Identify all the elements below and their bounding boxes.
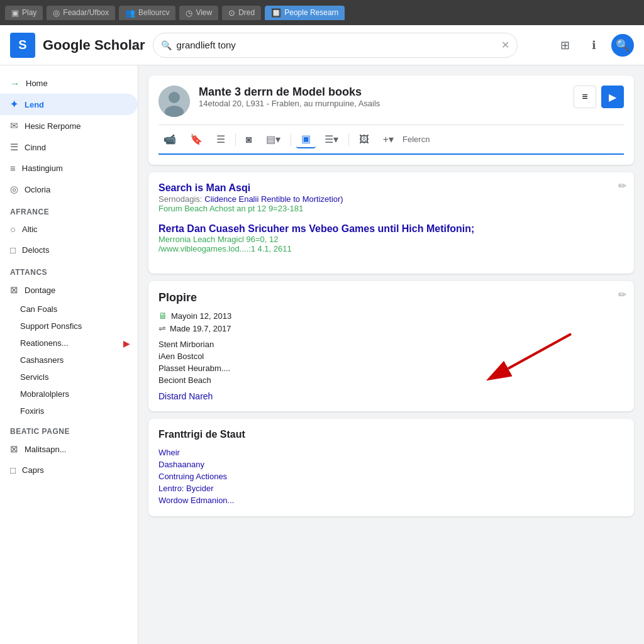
result-item-1: Search is Man Asqi Sernodagis: Ciidence … xyxy=(158,182,624,213)
toolbar-btn-lock[interactable]: ◙ xyxy=(241,131,257,148)
browser-tab-people[interactable]: 🔲 People Researn xyxy=(265,6,345,20)
plopire-date2: Made 19.7, 2017 xyxy=(170,324,231,333)
hastingium-icon: ≡ xyxy=(10,163,16,174)
sidebar-item-malitsapn[interactable]: ⊠ Malitsapn... xyxy=(0,438,138,460)
sidebar-item-delocts[interactable]: □ Delocts xyxy=(0,240,138,260)
distard-nareh-link[interactable]: Distard Nareh xyxy=(158,391,213,401)
detail-item-1: Stent Mirborian xyxy=(158,338,624,350)
sidebar-label-caprs: Caprs xyxy=(22,465,44,475)
search-input[interactable] xyxy=(177,40,501,50)
svg-point-1 xyxy=(169,92,180,103)
tab-label-view: View xyxy=(196,8,212,17)
browser-tab-feadar[interactable]: ◎ Feadar/Ufbox xyxy=(47,6,115,20)
toolbar-btn-add[interactable]: +▾ xyxy=(378,131,399,148)
toolbar-separator-2 xyxy=(291,133,291,146)
franttrigi-card: Franttrigi de Staut Wheir Dashaanany Con… xyxy=(148,419,634,516)
sidebar-item-mobralolplers[interactable]: Mobralolplers xyxy=(0,386,138,402)
search-prefix-icon: 🔍 xyxy=(161,40,172,50)
browser-tab-dred[interactable]: ⊙ Dred xyxy=(222,6,261,20)
logo-icon: S xyxy=(10,33,35,58)
detail-item-2: iAen Bostcol xyxy=(158,350,624,362)
profile-card: Mante 3 derrn de Model books 14etodal 20… xyxy=(148,75,634,165)
toolbar-separator-3 xyxy=(348,133,349,146)
sidebar-item-home[interactable]: → Home xyxy=(0,73,138,94)
tab-icon-play: ▣ xyxy=(11,8,19,18)
result-title-1[interactable]: Search is Man Asqi xyxy=(158,182,250,193)
tab-label-dred: Dred xyxy=(238,8,255,17)
dontage-icon: ⊠ xyxy=(10,284,18,296)
delocts-icon: □ xyxy=(10,245,16,255)
sidebar-label-malitsapn: Malitsapn... xyxy=(25,445,66,454)
sidebar-item-caprs[interactable]: □ Caprs xyxy=(0,460,138,480)
toolbar-btn-bookmark[interactable]: 🔖 xyxy=(185,131,208,148)
tab-icon-people: 🔲 xyxy=(271,8,281,18)
sidebar-item-supportponsfics[interactable]: Support Ponsfics xyxy=(0,318,138,335)
share-icon: ⇌ xyxy=(158,323,166,333)
franttrigi-label-dashaanany: Dashaanany xyxy=(158,460,204,469)
franttrigi-item-dashaanany: Dashaanany xyxy=(158,458,624,470)
submenu-arrow-icon: ▶ xyxy=(123,338,130,348)
sidebar-item-ocloria[interactable]: ◎ Ocloria xyxy=(0,179,138,200)
toolbar-btn-image[interactable]: 🖼 xyxy=(354,131,374,148)
sidebar-label-dontage: Dontage xyxy=(25,286,55,295)
sidebar-item-foxiris[interactable]: Foxiris xyxy=(0,402,138,419)
franttrigi-label-lentro: Lentro: xyxy=(158,484,184,493)
altic-icon: ○ xyxy=(10,224,16,235)
sidebar-item-dontage[interactable]: ⊠ Dontage xyxy=(0,279,138,301)
toolbar-btn-list[interactable]: ☰ xyxy=(211,131,230,148)
account-info-button[interactable]: ℹ xyxy=(582,34,605,57)
search-button[interactable]: 🔍 xyxy=(611,34,634,57)
tab-label-play: Play xyxy=(22,8,36,17)
edit-icon-1[interactable]: ✏ xyxy=(618,180,626,192)
header-actions: ⊞ ℹ 🔍 xyxy=(553,34,634,57)
search-clear-button[interactable]: ✕ xyxy=(501,39,509,51)
sidebar-label-hesic: Hesic Rerpome xyxy=(25,121,81,131)
profile-play-button[interactable]: ▶ xyxy=(601,86,624,108)
sidebar-item-cashasners[interactable]: Cashasners xyxy=(0,352,138,369)
profile-menu-button[interactable]: ≡ xyxy=(574,86,596,108)
main-layout: → Home ✦ Lend ✉ Hesic Rerpome ☰ Cinnd ≡ … xyxy=(0,65,644,644)
plopire-date1-row: 🖥 Mayoin 12, 2013 xyxy=(158,311,624,321)
malitsapn-icon: ⊠ xyxy=(10,443,18,455)
result-meta-2: Merronia Leach Mragicl 96=0, 12 xyxy=(158,235,624,244)
sidebar-item-hesic[interactable]: ✉ Hesic Rerpome xyxy=(0,115,138,136)
sidebar-item-servicls[interactable]: Servicls xyxy=(0,369,138,386)
toolbar-btn-grid2[interactable]: ☰▾ xyxy=(319,131,343,148)
browser-tab-play[interactable]: ▣ Play xyxy=(5,6,43,20)
calendar-icon: 🖥 xyxy=(158,311,167,321)
result-meta-1: Forum Beach Achost an pt 12 9=23-181 xyxy=(158,204,624,213)
franttrigi-label-wordow: Wordow Edmanion... xyxy=(158,496,234,505)
mobralolplers-label: Mobralolplers xyxy=(20,389,69,399)
sidebar-item-reationens[interactable]: Reationens... ▶ xyxy=(0,335,138,352)
toolbar-btn-active[interactable]: ▣ xyxy=(296,130,316,148)
bycider-link[interactable]: Bycider xyxy=(186,484,213,493)
edit-icon-2[interactable]: ✏ xyxy=(618,289,626,301)
tab-icon-feadar: ◎ xyxy=(53,8,60,18)
sidebar-item-altic[interactable]: ○ Altic xyxy=(0,219,138,240)
search-bar: 🔍 ✕ xyxy=(153,33,518,58)
tab-icon-bellourcv: 👥 xyxy=(125,8,135,18)
sidebar-item-lend[interactable]: ✦ Lend xyxy=(0,94,138,115)
profile-info: Mante 3 derrn de Model books 14etodal 20… xyxy=(199,86,380,108)
hesic-icon: ✉ xyxy=(10,120,18,131)
toolbar-text: Felercn xyxy=(402,135,430,144)
result-title-2[interactable]: Rerta Dan Cuaseh Sricuher ms Vebeo Games… xyxy=(158,223,474,234)
plopire-title: Plopire xyxy=(158,291,624,304)
result-authors-text-1: Ciidence Enalii Rentible to Mortizetior) xyxy=(204,194,343,204)
profile-header: Mante 3 derrn de Model books 14etodal 20… xyxy=(158,86,624,117)
caprs-icon: □ xyxy=(10,465,16,475)
grid-view-button[interactable]: ⊞ xyxy=(553,34,576,57)
sidebar-item-hastingium[interactable]: ≡ Hastingium xyxy=(0,158,138,179)
toolbar-btn-grid1[interactable]: ▤▾ xyxy=(261,131,286,148)
ocloria-icon: ◎ xyxy=(10,184,18,195)
browser-tab-bellourcv[interactable]: 👥 Bellourcv xyxy=(119,6,175,20)
supportponsfics-label: Support Ponsfics xyxy=(20,321,82,331)
detail-item-4: Beciont Beach xyxy=(158,374,624,386)
franttrigi-item-wordow: Wordow Edmanion... xyxy=(158,494,624,506)
toolbar-btn-video[interactable]: 📹 xyxy=(158,131,181,148)
plopire-card: ✏ Plopire 🖥 Mayoin 12, 2013 ⇌ Made 19.7,… xyxy=(148,281,634,411)
app-header: S Google Scholar 🔍 ✕ ⊞ ℹ 🔍 xyxy=(0,25,644,65)
sidebar-item-canfoals[interactable]: Can Foals xyxy=(0,301,138,318)
browser-tab-view[interactable]: ◷ View xyxy=(179,6,218,20)
sidebar-item-cinnd[interactable]: ☰ Cinnd xyxy=(0,136,138,158)
